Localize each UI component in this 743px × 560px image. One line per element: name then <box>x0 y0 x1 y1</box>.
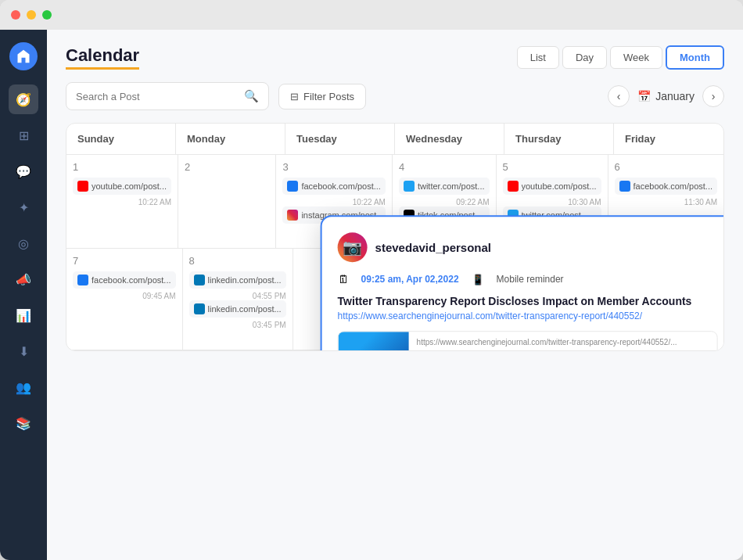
popup-header: 📷 stevedavid_personal <box>338 232 718 262</box>
time-label: 09:45 AM <box>73 292 176 300</box>
cal-cell-8: 8 linkedin.com/post... 04:55 PM linkedin… <box>183 249 293 350</box>
view-buttons: List Day Week Month <box>517 45 724 70</box>
mobile-icon: 📱 <box>472 274 484 285</box>
schedule-icon: 🗓 <box>338 273 349 285</box>
date-label: 8 <box>189 255 286 267</box>
popup-meta: 🗓 09:25 am, Apr 02,2022 📱 Mobile reminde… <box>338 273 718 285</box>
sidebar-item-home[interactable]: 🧭 <box>9 84 38 114</box>
sidebar-item-library[interactable]: 📚 <box>9 408 38 438</box>
list-item[interactable]: youtube.com/post... <box>503 178 601 195</box>
day-header-sunday: Sunday <box>66 124 176 154</box>
linkedin-icon <box>194 303 205 314</box>
day-header-friday: Friday <box>614 124 723 154</box>
cal-cell-1: 1 youtube.com/post... 10:22 AM <box>66 155 178 249</box>
app-window: 🧭 ⊞ 💬 ✦ ◎ 📣 📊 ⬇ 👥 📚 Calendar List Day We… <box>0 0 743 560</box>
time-label: 10:22 AM <box>282 198 386 206</box>
main-content: Calendar List Day Week Month 🔍 <box>47 30 743 560</box>
preview-url: https://www.searchenginejournal.com/twit… <box>417 338 709 346</box>
sidebar-item-team[interactable]: 👥 <box>9 372 38 402</box>
sidebar: 🧭 ⊞ 💬 ✦ ◎ 📣 📊 ⬇ 👥 📚 <box>0 30 47 560</box>
post-text: facebook.com/post... <box>92 275 171 285</box>
close-dot[interactable] <box>11 10 20 20</box>
date-label: 5 <box>503 161 601 173</box>
popup-overlay: 📷 stevedavid_personal 🗓 09:25 am, Apr 02… <box>321 215 724 351</box>
instagram-icon: 📷 <box>343 238 362 257</box>
facebook-icon <box>287 181 298 192</box>
sidebar-item-campaign[interactable]: 📣 <box>9 264 38 294</box>
filter-label: Filter Posts <box>303 91 354 102</box>
month-label: 📅 January <box>637 90 695 102</box>
facebook-icon <box>619 181 630 192</box>
nav-controls: ‹ 📅 January › <box>608 85 724 107</box>
popup-username: stevedavid_personal <box>375 241 491 254</box>
time-label: 04:55 PM <box>189 292 286 300</box>
popup-link[interactable]: https://www.searchenginejournal.com/twit… <box>338 311 718 321</box>
time-label: 09:22 AM <box>399 198 490 206</box>
popup-title: Twitter Transparency Report Discloses Im… <box>338 295 718 307</box>
sidebar-item-download[interactable]: ⬇ <box>9 336 38 366</box>
popup-reminder: Mobile reminder <box>497 274 564 285</box>
filter-button[interactable]: ⊟ Filter Posts <box>278 84 366 109</box>
instagram-icon <box>287 210 298 221</box>
calendar-grid: Sunday Monday Tuesday Wednesday Thursday… <box>66 123 724 351</box>
sidebar-item-analytics[interactable]: 📊 <box>9 300 38 330</box>
date-label: 7 <box>73 255 176 267</box>
sidebar-item-network[interactable]: ✦ <box>9 192 38 222</box>
date-label: 1 <box>73 161 171 173</box>
post-text: youtube.com/post... <box>92 181 167 191</box>
filter-icon: ⊟ <box>290 91 299 102</box>
youtube-icon <box>77 181 88 192</box>
day-header-monday: Monday <box>176 124 285 154</box>
popup-date: 09:25 am, Apr 02,2022 <box>361 274 459 285</box>
list-item[interactable]: facebook.com/post... <box>73 271 176 289</box>
date-label: 3 <box>282 161 386 173</box>
calendar-header: Calendar List Day Week Month <box>66 45 724 70</box>
next-month-button[interactable]: › <box>702 85 724 107</box>
prev-month-button[interactable]: ‹ <box>608 85 630 107</box>
month-text: January <box>655 90 695 102</box>
time-label: 11:30 AM <box>615 198 718 206</box>
date-label: 4 <box>399 161 490 173</box>
linkedin-icon <box>194 275 205 285</box>
titlebar <box>0 0 743 30</box>
list-item[interactable]: linkedin.com/post... <box>189 271 286 289</box>
popup-card: 📷 stevedavid_personal 🗓 09:25 am, Apr 02… <box>321 215 724 351</box>
maximize-dot[interactable] <box>42 10 52 20</box>
twitter-icon <box>404 181 415 192</box>
sidebar-item-targeting[interactable]: ◎ <box>9 228 38 258</box>
sidebar-item-messages[interactable]: 💬 <box>9 156 38 186</box>
preview-box: 🐦 https://www.searchenginejournal.com/tw… <box>338 331 718 351</box>
date-label: 2 <box>185 161 269 173</box>
post-text: youtube.com/post... <box>522 181 597 191</box>
list-item[interactable]: linkedin.com/post... <box>189 300 286 318</box>
list-item[interactable]: facebook.com/post... <box>615 178 718 195</box>
view-btn-day[interactable]: Day <box>562 46 607 69</box>
view-btn-list[interactable]: List <box>517 46 559 69</box>
list-item[interactable]: twitter.com/post... <box>399 178 490 195</box>
cal-cell-7: 7 facebook.com/post... 09:45 AM <box>66 249 183 350</box>
list-item[interactable]: youtube.com/post... <box>73 178 171 195</box>
minimize-dot[interactable] <box>27 10 36 20</box>
post-text: linkedin.com/post... <box>208 275 282 285</box>
calendar-title: Calendar <box>66 45 139 70</box>
date-label: 6 <box>615 161 718 173</box>
list-item[interactable]: facebook.com/post... <box>282 178 386 195</box>
day-header-thursday: Thursday <box>504 124 614 154</box>
search-icon: 🔍 <box>244 89 259 103</box>
facebook-icon <box>77 275 88 285</box>
toolbar: 🔍 ⊟ Filter Posts ‹ 📅 January › <box>66 82 724 110</box>
post-text: linkedin.com/post... <box>208 304 282 314</box>
cal-cell-2: 2 <box>178 155 276 249</box>
view-btn-week[interactable]: Week <box>610 46 662 69</box>
time-label: 10:30 AM <box>503 198 601 206</box>
post-text: facebook.com/post... <box>301 181 381 191</box>
post-text: facebook.com/post... <box>634 181 713 191</box>
calendar-header-row: Sunday Monday Tuesday Wednesday Thursday… <box>66 124 723 155</box>
day-header-wednesday: Wednesday <box>395 124 504 154</box>
preview-image: 🐦 <box>339 332 409 351</box>
sidebar-item-dashboard[interactable]: ⊞ <box>9 120 38 150</box>
time-label: 03:45 PM <box>189 321 286 329</box>
view-btn-month[interactable]: Month <box>666 45 724 70</box>
sidebar-logo[interactable] <box>9 42 38 70</box>
search-input[interactable] <box>76 91 238 102</box>
